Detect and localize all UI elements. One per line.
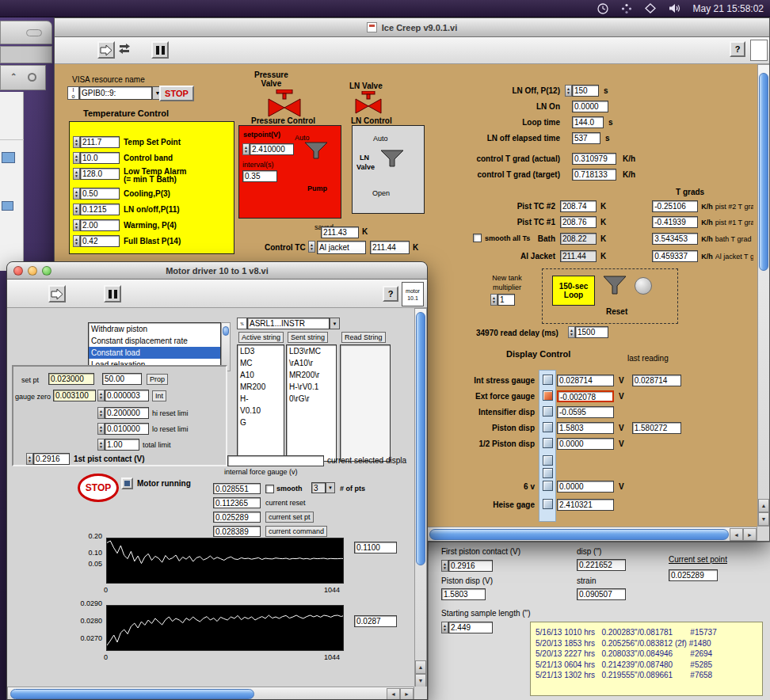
gauge-zero-field[interactable]: 0.003100 — [53, 390, 96, 401]
scroll-up-button[interactable]: ▲ — [415, 660, 426, 674]
num-pts-value[interactable]: 3 — [311, 482, 326, 493]
file-icon[interactable] — [2, 201, 13, 211]
window-pill-button[interactable] — [26, 29, 42, 36]
sent-string-list[interactable]: LD3\rMC \rA10\r MR200\r H-\rV0.1 0\rG\r — [286, 344, 337, 462]
scrollbar-thumb[interactable] — [429, 529, 729, 540]
control-tc-value[interactable]: Al jacket — [317, 241, 366, 254]
gear-icon[interactable] — [28, 73, 36, 82]
int-field[interactable]: 0.000003 — [105, 390, 149, 401]
display-field[interactable]: -0.002078 — [557, 390, 614, 402]
increment-decrement[interactable]: ▲▼ — [73, 204, 80, 215]
loop-button[interactable]: 150-secLoop — [552, 276, 595, 306]
motor-running-indicator[interactable] — [121, 477, 133, 489]
hi-reset-field[interactable]: 0.200000 — [105, 407, 149, 419]
set-pt-field[interactable]: 0.023000 — [48, 373, 94, 385]
ln-onoff-field[interactable]: 0.1215 — [80, 204, 120, 215]
scrollbar-thumb[interactable] — [416, 312, 425, 565]
stop-button[interactable]: STOP — [159, 86, 194, 101]
minimize-icon[interactable] — [28, 266, 37, 276]
increment-decrement[interactable]: ▲▼ — [568, 326, 575, 338]
increment-decrement[interactable]: ▲▼ — [242, 143, 250, 155]
mode-item[interactable]: Withdraw piston — [89, 323, 220, 335]
read-string-list[interactable] — [340, 344, 391, 462]
low-temp-alarm-field[interactable]: 128.0 — [80, 168, 120, 180]
increment-decrement[interactable]: ▲▼ — [73, 235, 80, 247]
scroll-right-button[interactable]: ► — [743, 528, 757, 541]
spare-toggle[interactable] — [543, 455, 553, 466]
current-set-point-field[interactable]: 0.025289 — [669, 569, 718, 581]
ln-valve-icon[interactable] — [354, 91, 383, 115]
clock-icon[interactable] — [597, 3, 608, 14]
current-selected-field[interactable] — [227, 455, 324, 466]
run-button[interactable] — [48, 285, 66, 302]
active-string-list[interactable]: LD3 MC A10 MR200 H- V0.10 G — [237, 344, 284, 462]
volume-icon[interactable] — [669, 3, 680, 13]
scroll-right-button[interactable]: ► — [400, 688, 414, 700]
smooth-checkbox[interactable] — [265, 485, 274, 493]
mode-item-selected[interactable]: Constant load — [89, 347, 220, 359]
setpoint-field[interactable]: 2.410000 — [250, 143, 294, 155]
strain-field[interactable]: 0.090507 — [577, 588, 626, 600]
param-field[interactable]: 0.0000 — [572, 101, 608, 112]
increment-decrement[interactable]: ▲▼ — [97, 439, 105, 451]
increment-decrement[interactable]: ▲▼ — [97, 423, 105, 435]
zoom-icon[interactable] — [42, 266, 51, 276]
file-icon[interactable] — [2, 152, 15, 163]
spaces-icon[interactable] — [645, 3, 656, 13]
window-mode-icon[interactable] — [750, 40, 768, 61]
pause-button[interactable] — [151, 41, 169, 59]
scrollbar-thumb[interactable] — [223, 326, 229, 336]
read-delay-field[interactable]: 1500 — [575, 326, 608, 338]
cooling-field[interactable]: 0.50 — [80, 188, 120, 200]
increment-decrement[interactable]: ▲▼ — [441, 560, 448, 572]
scroll-down-button[interactable]: ▼ — [415, 674, 426, 687]
display-field[interactable]: -0.0595 — [557, 406, 614, 418]
warming-field[interactable]: 2.00 — [80, 219, 120, 231]
param-field[interactable]: 150 — [572, 85, 599, 97]
pressure-valve-icon[interactable] — [267, 89, 302, 118]
display-field[interactable]: 0.028714 — [557, 375, 614, 386]
increment-decrement[interactable]: ▲▼ — [97, 407, 105, 419]
increment-decrement[interactable]: ▲▼ — [73, 188, 80, 200]
prop-field[interactable]: 50.00 — [102, 373, 142, 385]
scroll-left-button[interactable]: ◄ — [730, 528, 743, 541]
interval-field[interactable]: 0.35 — [242, 170, 277, 182]
total-limit-field[interactable]: 1.00 — [105, 439, 139, 451]
first-piston-contact-field[interactable]: 0.2916 — [448, 560, 493, 572]
increment-decrement[interactable]: ▲▼ — [565, 85, 572, 97]
first-contact-field[interactable]: 0.2916 — [33, 453, 70, 465]
mode-listbox[interactable]: Withdraw piston Constant displacement ra… — [88, 322, 221, 371]
visa-port-combo[interactable]: ％ ASRL1...INSTR ▼ — [237, 318, 340, 329]
run-continuous-icon[interactable] — [118, 44, 131, 58]
display-field[interactable]: 0.0000 — [557, 481, 614, 493]
display-field[interactable]: 0.0000 — [557, 438, 614, 450]
temp-set-point-field[interactable]: 211.7 — [80, 136, 120, 148]
funnel-icon[interactable] — [603, 276, 627, 296]
sample-length-field[interactable]: 2.449 — [448, 622, 493, 633]
increment-decrement[interactable]: ▲▼ — [73, 152, 80, 164]
sync-status-icon[interactable] — [621, 3, 632, 14]
mode-item[interactable]: Constant displacement rate — [89, 335, 220, 347]
disp-field[interactable]: 0.221652 — [577, 559, 626, 571]
vertical-scrollbar[interactable]: ▲ ▼ — [414, 308, 427, 687]
reset-button[interactable] — [635, 277, 652, 295]
horizontal-scrollbar[interactable]: ◄ ► — [7, 687, 414, 700]
close-icon[interactable] — [13, 266, 23, 276]
control-band-field[interactable]: 10.0 — [80, 152, 120, 164]
visa-resource-value[interactable]: GPIB0::9: — [79, 86, 152, 100]
increment-decrement[interactable]: ▲▼ — [490, 294, 497, 306]
spare-toggle[interactable] — [543, 468, 553, 478]
motor-titlebar[interactable]: Motor driver 10 to 1 v8.vi — [7, 262, 427, 280]
chevron-down-icon[interactable]: ▼ — [330, 318, 340, 329]
menu-clock[interactable]: May 21 15:58:02 — [693, 3, 764, 14]
scroll-up-button[interactable]: ▲ — [758, 499, 769, 512]
increment-decrement[interactable]: ▲▼ — [73, 219, 80, 231]
visa-resource-combo[interactable]: Io GPIB0::9: ▼ — [67, 86, 163, 100]
chevron-up-icon[interactable]: ⌃ — [10, 72, 17, 81]
lo-reset-field[interactable]: 0.010000 — [105, 423, 149, 435]
mode-list-scrollbar[interactable] — [221, 322, 231, 371]
run-log-box[interactable]: 5/16/13 1010 hrs 0.200283"/0.081781 #157… — [530, 622, 763, 696]
new-tank-field[interactable]: 1 — [497, 294, 515, 306]
increment-decrement[interactable]: ▲▼ — [441, 622, 448, 633]
control-tc-selector[interactable]: ▲▼ — [308, 241, 315, 253]
